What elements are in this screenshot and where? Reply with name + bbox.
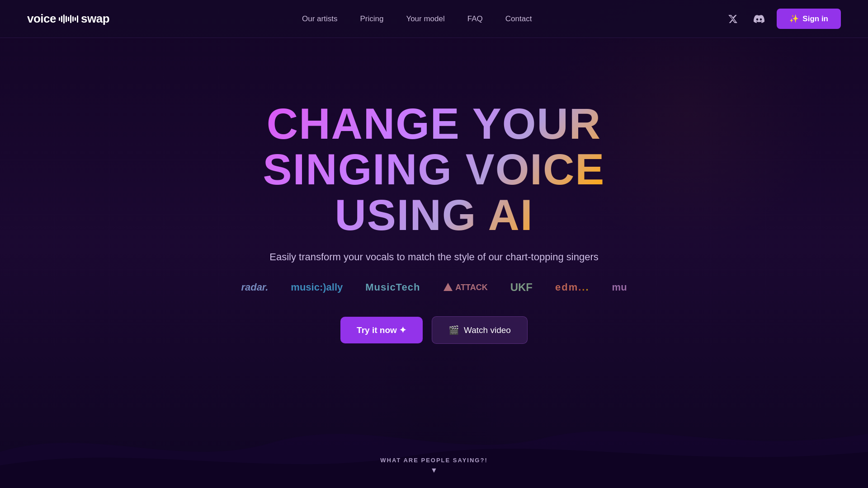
discord-icon[interactable] [750, 10, 768, 28]
scroll-hint[interactable]: WHAT ARE PEOPLE SAYING?! ▼ [380, 457, 487, 474]
twitter-icon[interactable] [724, 10, 741, 28]
hero-title-line2: USING AI [335, 191, 533, 239]
nav-links: Our artists Pricing Your model FAQ Conta… [302, 14, 532, 23]
press-logo-mu: mu [612, 282, 627, 293]
press-logo-musictech: MusicTech [365, 282, 420, 293]
nav-item-pricing[interactable]: Pricing [360, 14, 383, 23]
nav-item-your-model[interactable]: Your model [406, 14, 444, 23]
press-logo-ukf: UKF [510, 281, 533, 294]
try-now-label: Try it now ✦ [357, 325, 406, 335]
nav-link-faq[interactable]: FAQ [467, 14, 483, 23]
nav-item-contact[interactable]: Contact [505, 14, 532, 23]
bottom-wave [0, 398, 868, 488]
press-logos-strip: radar. music:)ally MusicTech ATTACK UKF … [241, 281, 627, 294]
video-camera-icon: 🎬 [448, 325, 459, 335]
press-logo-edm: edm... [555, 282, 590, 293]
signin-label: Sign in [802, 14, 828, 23]
cta-buttons: Try it now ✦ 🎬 Watch video [340, 316, 528, 344]
navbar: voice swap Our artists Pricing Your mode… [0, 0, 868, 38]
press-logo-radar: radar. [241, 282, 268, 293]
hero-title-line1: CHANGE YOUR SINGING VOICE [263, 99, 605, 193]
logo-text-swap: swap [81, 12, 109, 26]
nav-link-pricing[interactable]: Pricing [360, 14, 383, 23]
nav-link-your-model[interactable]: Your model [406, 14, 444, 23]
nav-item-our-artists[interactable]: Our artists [302, 14, 337, 23]
nav-item-faq[interactable]: FAQ [467, 14, 483, 23]
nav-link-contact[interactable]: Contact [505, 14, 532, 23]
logo-text-voice: voice [27, 12, 56, 26]
svg-marker-0 [443, 283, 453, 291]
watch-video-label: Watch video [464, 325, 511, 335]
signin-sparkle-icon: ✨ [789, 14, 799, 23]
nav-link-our-artists[interactable]: Our artists [302, 14, 337, 23]
press-logo-musicaly: music:)ally [291, 282, 343, 293]
site-logo[interactable]: voice swap [27, 12, 109, 26]
signin-button[interactable]: ✨ Sign in [777, 9, 841, 29]
logo-waveform-icon [59, 14, 78, 23]
scroll-arrow-icon: ▼ [430, 466, 438, 474]
try-it-now-button[interactable]: Try it now ✦ [340, 317, 423, 343]
hero-section: CHANGE YOUR SINGING VOICE USING AI Easil… [0, 38, 868, 371]
hero-subtitle: Easily transform your vocals to match th… [269, 251, 599, 263]
nav-right: ✨ Sign in [724, 9, 841, 29]
scroll-hint-text: WHAT ARE PEOPLE SAYING?! [380, 457, 487, 464]
press-logo-attack: ATTACK [443, 282, 487, 293]
watch-video-button[interactable]: 🎬 Watch video [432, 316, 528, 344]
hero-title: CHANGE YOUR SINGING VOICE USING AI [208, 101, 660, 238]
